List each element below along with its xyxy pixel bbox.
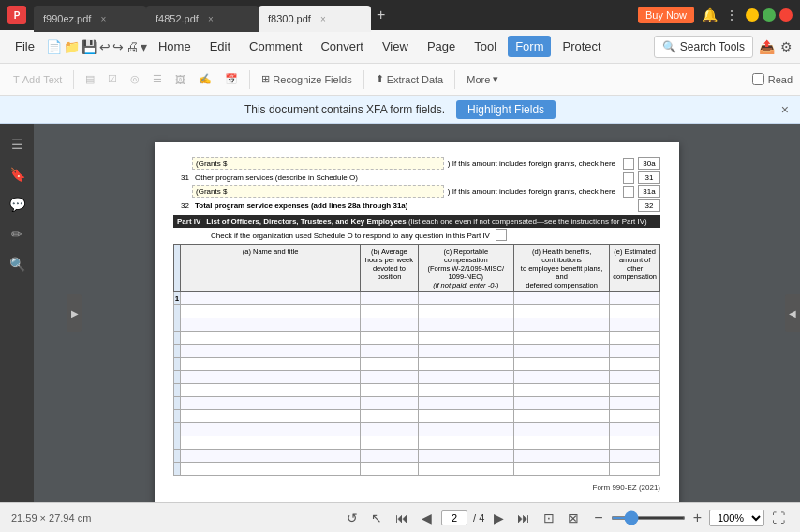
officer-name-6[interactable] — [181, 358, 361, 371]
radio-button[interactable]: ◎ — [125, 70, 145, 88]
save-icon[interactable]: 💾 — [81, 39, 97, 54]
officer-other-9[interactable] — [610, 397, 660, 410]
officer-hours-7[interactable] — [361, 371, 418, 384]
sidebar-thumbnails-icon[interactable]: ☰ — [4, 131, 30, 157]
menu-convert[interactable]: Convert — [313, 36, 371, 57]
officer-benefits-1[interactable] — [513, 292, 609, 305]
buy-now-button[interactable]: Buy Now — [638, 7, 694, 23]
officer-comp-2[interactable] — [418, 305, 513, 318]
officer-comp-3[interactable] — [418, 318, 513, 332]
extract-data-button[interactable]: ⬆ Extract Data — [370, 70, 450, 88]
menu-edit[interactable]: Edit — [202, 36, 238, 57]
officer-comp-12[interactable] — [418, 436, 513, 450]
officer-other-14[interactable] — [610, 463, 660, 476]
sidebar-search-icon[interactable]: 🔍 — [4, 251, 30, 277]
menu-view[interactable]: View — [375, 36, 416, 57]
prev-page-button[interactable]: ◀ — [418, 509, 436, 527]
officer-comp-9[interactable] — [418, 397, 513, 410]
grants-30a-input[interactable]: (Grants $ — [192, 157, 444, 170]
tab-f8300[interactable]: f8300.pdf × — [259, 6, 371, 32]
officer-hours-4[interactable] — [361, 332, 418, 345]
officer-other-13[interactable] — [610, 450, 660, 463]
print-icon[interactable]: 🖨 — [126, 39, 139, 54]
officer-name-7[interactable] — [181, 371, 361, 384]
officer-name-8[interactable] — [181, 384, 361, 397]
menu-protect[interactable]: Protect — [555, 36, 608, 57]
checkbox-button[interactable]: ☑ — [102, 70, 123, 88]
redo-icon[interactable]: ↪ — [112, 39, 124, 54]
tab-f990ez[interactable]: f990ez.pdf × — [34, 6, 146, 32]
grants-30a-checkbox[interactable] — [623, 158, 634, 170]
grants-31a-input[interactable]: (Grants $ — [192, 185, 444, 198]
grants-31a-checkbox[interactable] — [623, 186, 634, 198]
officer-other-11[interactable] — [610, 423, 660, 436]
sidebar-bookmarks-icon[interactable]: 🔖 — [4, 161, 30, 187]
close-button[interactable] — [779, 8, 793, 22]
maximize-button[interactable] — [763, 8, 776, 22]
right-panel-collapse[interactable]: ◀ — [785, 294, 800, 332]
dropdown-icon[interactable]: ▾ — [141, 39, 147, 54]
officer-hours-2[interactable] — [361, 305, 418, 318]
officer-name-9[interactable] — [181, 397, 361, 410]
officer-hours-12[interactable] — [361, 436, 418, 450]
officer-benefits-12[interactable] — [513, 436, 609, 450]
officer-name-3[interactable] — [181, 318, 361, 332]
cursor-button[interactable]: ↖ — [367, 509, 386, 527]
officer-comp-8[interactable] — [418, 384, 513, 397]
undo-icon[interactable]: ↩ — [99, 39, 111, 54]
read-toggle[interactable]: Read — [752, 73, 793, 85]
officer-name-11[interactable] — [181, 423, 361, 436]
officer-name-14[interactable] — [181, 463, 361, 476]
officer-benefits-13[interactable] — [513, 450, 609, 463]
add-tab-button[interactable]: + — [371, 2, 391, 28]
read-checkbox-input[interactable] — [752, 73, 764, 85]
officer-hours-8[interactable] — [361, 384, 418, 397]
officer-benefits-10[interactable] — [513, 410, 609, 423]
officer-benefits-2[interactable] — [513, 305, 609, 318]
menu-home[interactable]: Home — [151, 36, 199, 57]
share-icon[interactable]: 📤 — [759, 39, 775, 54]
tab-close-f990ez[interactable]: × — [100, 14, 106, 24]
officer-hours-6[interactable] — [361, 358, 418, 371]
officer-hours-11[interactable] — [361, 423, 418, 436]
officer-comp-13[interactable] — [418, 450, 513, 463]
row-31-checkbox[interactable] — [623, 172, 634, 184]
officer-hours-13[interactable] — [361, 450, 418, 463]
officer-benefits-9[interactable] — [513, 397, 609, 410]
officer-comp-5[interactable] — [418, 345, 513, 358]
menu-dots-icon[interactable]: ⋮ — [725, 7, 738, 22]
new-file-icon[interactable]: 📄 — [46, 39, 62, 54]
officer-name-12[interactable] — [181, 436, 361, 450]
recognize-fields-button[interactable]: ⊞ Recognize Fields — [256, 70, 357, 88]
zoom-in-button[interactable]: + — [689, 510, 705, 526]
menu-page[interactable]: Page — [420, 36, 463, 57]
officer-name-13[interactable] — [181, 450, 361, 463]
add-text-button[interactable]: T Add Text — [7, 71, 67, 88]
current-page-input[interactable] — [441, 510, 467, 525]
officer-comp-7[interactable] — [418, 371, 513, 384]
zoom-slider[interactable] — [611, 516, 686, 520]
officer-benefits-7[interactable] — [513, 371, 609, 384]
officer-benefits-4[interactable] — [513, 332, 609, 345]
list-button[interactable]: ☰ — [147, 70, 168, 88]
officer-other-2[interactable] — [610, 305, 660, 318]
officer-other-3[interactable] — [610, 318, 660, 332]
officer-name-2[interactable] — [181, 305, 361, 318]
open-file-icon[interactable]: 📁 — [64, 39, 80, 54]
xfa-close-button[interactable]: × — [781, 102, 789, 117]
officer-hours-10[interactable] — [361, 410, 418, 423]
officer-hours-14[interactable] — [361, 463, 418, 476]
date-button[interactable]: 📅 — [219, 70, 244, 88]
officer-name-1[interactable] — [181, 292, 361, 305]
settings-icon[interactable]: ⚙ — [780, 39, 793, 54]
officer-benefits-11[interactable] — [513, 423, 609, 436]
document-area[interactable]: ▶ (Grants $ ) If this amount includes fo… — [34, 124, 800, 502]
left-panel-collapse[interactable]: ▶ — [67, 294, 82, 332]
fit-page-button[interactable]: ⊡ — [540, 509, 558, 527]
schedule-o-checkbox[interactable] — [496, 229, 507, 241]
officer-other-7[interactable] — [610, 371, 660, 384]
officer-benefits-5[interactable] — [513, 345, 609, 358]
menu-form[interactable]: Form — [508, 36, 551, 57]
officer-comp-6[interactable] — [418, 358, 513, 371]
officer-other-6[interactable] — [610, 358, 660, 371]
